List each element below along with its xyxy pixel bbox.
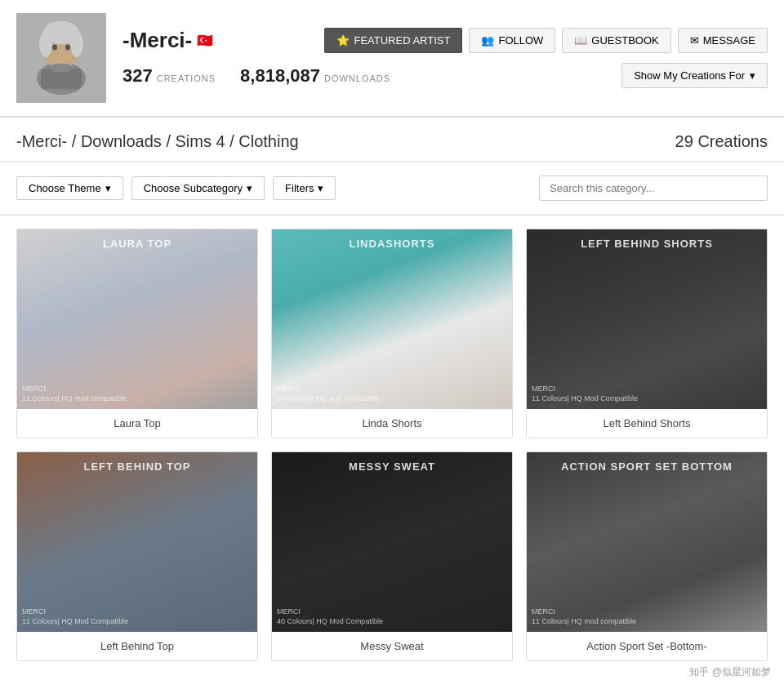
- header-info: -Merci- 🇹🇷 ⭐ FEATURED ARTIST 👥 FOLLOW 📖 …: [106, 28, 768, 88]
- choose-theme-button[interactable]: Choose Theme ▾: [16, 176, 123, 200]
- avatar-svg: [16, 13, 106, 103]
- username: -Merci-: [122, 28, 192, 53]
- card-left-behind-top[interactable]: LEFT BEHIND TOP MERCI11 Colours| HQ Mod …: [16, 451, 258, 661]
- header-stats: 327 CREATIONS 8,818,087 DOWNLOADS Show M…: [122, 63, 768, 88]
- guestbook-button[interactable]: 📖 GUESTBOOK: [562, 28, 670, 53]
- card-thumbnail: LAURA TOP MERCI11 Colours| HQ mod compat…: [17, 229, 257, 409]
- card-image-inner: LAURA TOP MERCI11 Colours| HQ mod compat…: [17, 229, 257, 409]
- thumb-title: LEFT BEHIND SHORTS: [527, 238, 767, 250]
- card-thumbnail: LINDASHORTS MERCI20 Colours| HQ and comp…: [272, 229, 512, 409]
- breadcrumb-section: -Merci- / Downloads / Sims 4 / Clothing …: [0, 118, 784, 162]
- header: -Merci- 🇹🇷 ⭐ FEATURED ARTIST 👥 FOLLOW 📖 …: [0, 0, 784, 117]
- message-button[interactable]: ✉ MESSAGE: [678, 28, 768, 53]
- card-title: Messy Sweat: [272, 632, 512, 660]
- grid-section: LAURA TOP MERCI11 Colours| HQ mod compat…: [0, 216, 784, 674]
- flag-icon: 🇹🇷: [197, 33, 213, 48]
- svg-point-6: [70, 31, 83, 57]
- card-image-inner: LEFT BEHIND SHORTS MERCI11 Colours| HQ M…: [527, 229, 767, 409]
- thumb-overlay: MERCI40 Colours| HQ Mod Compatible: [277, 607, 383, 627]
- filters-button[interactable]: Filters ▾: [273, 176, 336, 200]
- thumb-overlay: MERCI11 Colours| HQ Mod Compatible: [532, 384, 638, 404]
- card-image-inner: LINDASHORTS MERCI20 Colours| HQ and comp…: [272, 229, 512, 409]
- svg-point-5: [39, 31, 52, 57]
- svg-point-8: [65, 45, 70, 51]
- follow-button[interactable]: 👥 FOLLOW: [469, 28, 555, 53]
- card-thumbnail: LEFT BEHIND SHORTS MERCI11 Colours| HQ M…: [527, 229, 767, 409]
- follow-icon: 👥: [481, 34, 494, 47]
- thumb-title: LINDASHORTS: [272, 238, 512, 250]
- card-title: Laura Top: [17, 409, 257, 438]
- avatar-image: [16, 13, 106, 103]
- creations-grid: LAURA TOP MERCI11 Colours| HQ mod compat…: [16, 229, 768, 661]
- thumb-title: MESSY SWEAT: [272, 460, 512, 473]
- filters-section: Choose Theme ▾ Choose Subcategory ▾ Filt…: [0, 162, 784, 215]
- show-creations-button[interactable]: Show My Creations For ▾: [621, 63, 768, 88]
- card-thumbnail: MESSY SWEAT MERCI40 Colours| HQ Mod Comp…: [272, 452, 512, 632]
- thumb-title: LAURA TOP: [17, 238, 257, 250]
- chevron-down-icon: ▾: [105, 182, 111, 194]
- card-title: Action Sport Set -Bottom-: [527, 632, 767, 660]
- watermark: 知乎 @似星河如梦: [684, 664, 776, 674]
- chevron-down-icon: ▾: [247, 182, 252, 194]
- header-top: -Merci- 🇹🇷 ⭐ FEATURED ARTIST 👥 FOLLOW 📖 …: [122, 28, 768, 53]
- creations-stat: 327 CREATIONS: [122, 65, 216, 87]
- card-laura-top[interactable]: LAURA TOP MERCI11 Colours| HQ mod compat…: [16, 229, 258, 438]
- star-icon: ⭐: [336, 34, 350, 47]
- thumb-title: ACTION SPORT SET BOTTOM: [527, 460, 767, 473]
- guestbook-icon: 📖: [574, 34, 587, 47]
- svg-point-7: [52, 45, 57, 51]
- chevron-down-icon: ▾: [750, 69, 755, 82]
- header-actions: ⭐ FEATURED ARTIST 👥 FOLLOW 📖 GUESTBOOK ✉…: [324, 28, 768, 53]
- card-image-inner: ACTION SPORT SET BOTTOM MERCI11 Colours|…: [527, 452, 767, 632]
- card-thumbnail: ACTION SPORT SET BOTTOM MERCI11 Colours|…: [527, 452, 767, 632]
- card-action-sport-set[interactable]: ACTION SPORT SET BOTTOM MERCI11 Colours|…: [526, 451, 768, 661]
- choose-subcategory-button[interactable]: Choose Subcategory ▾: [131, 176, 265, 200]
- card-linda-shorts[interactable]: LINDASHORTS MERCI20 Colours| HQ and comp…: [271, 229, 513, 438]
- downloads-stat: 8,818,087 DOWNLOADS: [240, 65, 390, 87]
- thumb-overlay: MERCI11 Colours| HQ mod compatible: [532, 607, 636, 627]
- chevron-down-icon: ▾: [318, 182, 323, 194]
- thumb-overlay: MERCI20 Colours| HQ and compatible: [277, 384, 379, 404]
- card-title: Linda Shorts: [272, 409, 512, 438]
- thumb-overlay: MERCI11 Colours| HQ Mod Compatible: [22, 607, 128, 627]
- thumb-overlay: MERCI11 Colours| HQ mod compatible: [22, 384, 127, 404]
- card-left-behind-shorts[interactable]: LEFT BEHIND SHORTS MERCI11 Colours| HQ M…: [526, 229, 768, 438]
- creations-label: CREATIONS: [157, 73, 216, 83]
- card-title: Left Behind Shorts: [527, 409, 767, 438]
- breadcrumb: -Merci- / Downloads / Sims 4 / Clothing: [16, 132, 299, 151]
- card-title: Left Behind Top: [17, 632, 257, 660]
- card-image-inner: LEFT BEHIND TOP MERCI11 Colours| HQ Mod …: [17, 452, 257, 632]
- creations-number: 327: [122, 65, 153, 87]
- card-messy-sweat[interactable]: MESSY SWEAT MERCI40 Colours| HQ Mod Comp…: [271, 451, 513, 661]
- card-image-inner: MESSY SWEAT MERCI40 Colours| HQ Mod Comp…: [272, 452, 512, 632]
- featured-artist-button[interactable]: ⭐ FEATURED ARTIST: [324, 28, 462, 53]
- downloads-number: 8,818,087: [240, 65, 320, 87]
- message-icon: ✉: [690, 34, 699, 47]
- downloads-label: DOWNLOADS: [324, 73, 390, 83]
- card-thumbnail: LEFT BEHIND TOP MERCI11 Colours| HQ Mod …: [17, 452, 257, 632]
- avatar: [16, 13, 106, 103]
- thumb-title: LEFT BEHIND TOP: [17, 460, 257, 473]
- creations-count: 29 Creations: [675, 132, 768, 151]
- search-input[interactable]: [539, 176, 768, 201]
- svg-rect-9: [51, 64, 71, 72]
